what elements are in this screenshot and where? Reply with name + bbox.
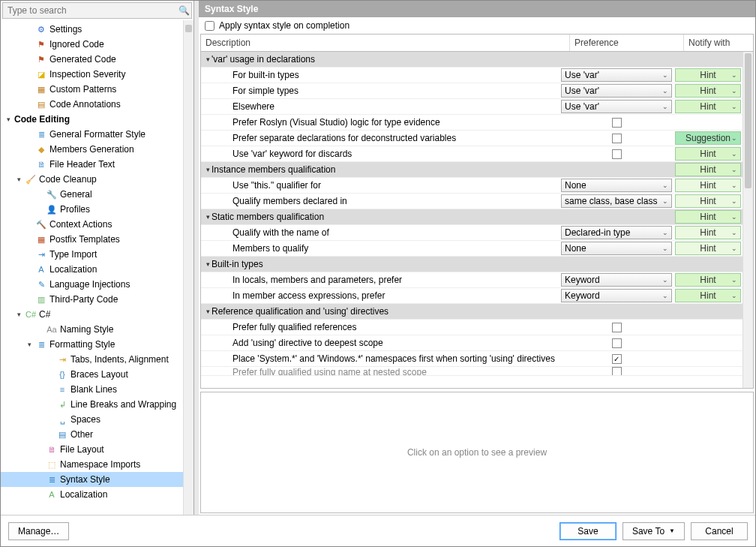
tree-item[interactable]: ≣Syntax Style [1,472,183,487]
tree-item[interactable]: ▦Custom Patterns [1,82,183,97]
manage-button[interactable]: Manage… [8,522,69,540]
preference-combo[interactable]: same class, base class⌄ [561,194,672,208]
grid-row[interactable]: Qualify with the name ofDeclared-in type… [201,225,742,241]
grid-group-row[interactable]: ▾Reference qualification and 'using' dir… [201,304,742,320]
tree-item[interactable]: ⇥Tabs, Indents, Alignment [1,352,183,367]
preference-combo[interactable]: Keyword⌄ [561,273,672,287]
preference-combo[interactable]: Use 'var'⌄ [561,84,672,98]
preference-combo[interactable]: Keyword⌄ [561,289,672,302]
grid-row[interactable]: Prefer fully qualified references [201,320,742,335]
tree-item[interactable]: {}Braces Layout [1,367,183,382]
notify-combo[interactable]: Hint⌄ [675,194,741,208]
settings-tree[interactable]: ⚙Settings⚑Ignored Code⚑Generated Code◪In… [1,20,183,515]
tree-item[interactable]: ⇥Type Import [1,247,183,262]
tree-item[interactable]: ⚑Generated Code [1,52,183,67]
tree-item[interactable]: 🔧General [1,187,183,202]
grid-row[interactable]: In locals, members and parameters, prefe… [201,272,742,288]
tree-item[interactable]: ALocalization [1,487,183,502]
notify-combo[interactable]: Suggestion⌄ [675,131,741,145]
notify-combo[interactable]: Hint⌄ [675,289,741,302]
preference-combo[interactable]: None⌄ [561,242,672,255]
grid-row[interactable]: Use "this." qualifier forNone⌄Hint⌄ [201,178,742,194]
tree-item[interactable]: ↲Line Breaks and Wrapping [1,397,183,412]
notify-combo[interactable]: Hint⌄ [675,242,741,255]
tree-item[interactable]: ▾🧹Code Cleanup [1,172,183,187]
grid-row[interactable]: ElsewhereUse 'var'⌄Hint⌄ [201,99,742,115]
tree-item[interactable]: ⚙Settings [1,22,183,37]
grid-row[interactable]: Prefer Roslyn (Visual Studio) logic for … [201,115,742,131]
tree-item[interactable]: ▾≣Formatting Style [1,337,183,352]
grid-row[interactable]: Prefer separate declarations for deconst… [201,131,742,146]
group-toggle-icon[interactable]: ▾ [201,56,212,63]
tree-toggle-icon[interactable]: ▾ [4,115,13,124]
notify-combo[interactable]: Hint⌄ [675,147,741,161]
col-notify[interactable]: Notify with [684,35,753,51]
preference-checkbox[interactable] [612,367,622,376]
tree-scrollbar[interactable] [183,20,194,515]
tree-item[interactable]: ALocalization [1,262,183,277]
tree-item[interactable]: ␣Spaces [1,412,183,427]
tree-toggle-icon[interactable]: ▾ [14,175,23,184]
tree-item[interactable]: 👤Profiles [1,202,183,217]
preference-combo[interactable]: Declared-in type⌄ [561,226,672,239]
tree-item[interactable]: ▤Code Annotations [1,97,183,112]
preference-checkbox[interactable] [612,134,622,143]
group-toggle-icon[interactable]: ▾ [201,213,212,221]
tree-item[interactable]: AaNaming Style [1,322,183,337]
grid-row[interactable]: For simple typesUse 'var'⌄Hint⌄ [201,83,742,99]
preference-combo[interactable]: None⌄ [561,179,672,192]
tree-item[interactable]: ≣General Formatter Style [1,127,183,142]
notify-combo[interactable]: Hint⌄ [675,273,741,287]
group-toggle-icon[interactable]: ▾ [201,260,212,268]
save-to-button[interactable]: Save To▼ [622,522,685,540]
save-button[interactable]: Save [560,522,616,540]
notify-combo[interactable]: Hint⌄ [675,68,741,82]
search-box[interactable]: 🔍 [2,2,192,19]
tree-item[interactable]: ≡Blank Lines [1,382,183,397]
grid-row[interactable]: In member access expressions, preferKeyw… [201,288,742,304]
grid-group-row[interactable]: ▾Static members qualificationHint⌄ [201,209,742,225]
notify-combo[interactable]: Hint⌄ [675,226,741,239]
apply-on-completion-checkbox[interactable] [205,21,214,31]
search-input[interactable] [3,3,176,18]
col-description[interactable]: Description [201,35,570,51]
tree-item[interactable]: ⚑Ignored Code [1,37,183,52]
tree-item[interactable]: 🗎File Header Text [1,157,183,172]
notify-combo[interactable]: Hint⌄ [675,84,741,98]
grid-row[interactable]: For built-in typesUse 'var'⌄Hint⌄ [201,68,742,83]
tree-item[interactable]: ▾C#C# [1,307,183,322]
grid-row[interactable]: Place 'System.*' and 'Windows.*' namespa… [201,351,742,367]
grid-row[interactable]: Members to qualifyNone⌄Hint⌄ [201,241,742,257]
grid-row[interactable]: Qualify members declared insame class, b… [201,194,742,209]
tree-item[interactable]: ◆Members Generation [1,142,183,157]
tree-toggle-icon[interactable]: ▾ [14,310,23,319]
tree-item[interactable]: ✎Language Injections [1,277,183,292]
preference-checkbox[interactable] [612,323,622,332]
preference-combo[interactable]: Use 'var'⌄ [561,100,672,113]
tree-item[interactable]: ▤Other [1,427,183,442]
group-toggle-icon[interactable]: ▾ [201,308,212,315]
preference-checkbox[interactable] [612,354,622,364]
grid-group-row[interactable]: ▾Instance members qualificationHint⌄ [201,162,742,178]
tree-item[interactable]: ◪Inspection Severity [1,67,183,82]
grid-row[interactable]: Prefer fully qualified using name at nes… [201,367,742,376]
grid-row[interactable]: Add 'using' directive to deepest scope [201,335,742,351]
grid-group-row[interactable]: ▾Built-in types [201,257,742,272]
preference-checkbox[interactable] [612,118,622,128]
tree-item[interactable]: 🔨Context Actions [1,217,183,232]
tree-item[interactable]: 🗎File Layout [1,442,183,457]
grid-group-row[interactable]: ▾'var' usage in declarations [201,52,742,68]
tree-item[interactable]: ▥Third-Party Code [1,292,183,307]
grid-row[interactable]: Use 'var' keyword for discardsHint⌄ [201,146,742,162]
preference-combo[interactable]: Use 'var'⌄ [561,68,672,82]
notify-combo[interactable]: Hint⌄ [675,179,741,192]
tree-item[interactable]: ▦Postfix Templates [1,232,183,247]
tree-item[interactable]: ⬚Namespace Imports [1,457,183,472]
grid-scrollbar[interactable] [742,52,753,388]
preference-checkbox[interactable] [612,338,622,348]
notify-combo[interactable]: Hint⌄ [675,210,741,224]
col-preference[interactable]: Preference [570,35,684,51]
preference-checkbox[interactable] [612,149,622,159]
cancel-button[interactable]: Cancel [691,522,748,540]
tree-item[interactable]: ▾Code Editing [1,112,183,127]
